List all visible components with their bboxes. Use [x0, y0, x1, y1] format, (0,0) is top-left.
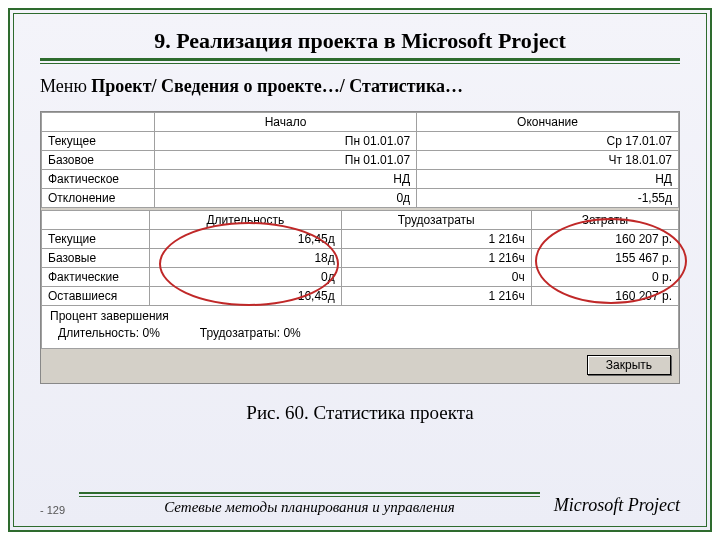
table-row: Оставшиеся 16,45д 1 216ч 160 207 р.: [42, 287, 679, 306]
table-row: Базовое Пн 01.01.07 Чт 18.01.07: [42, 151, 679, 170]
col-duration: Длительность: [150, 211, 342, 230]
footer-text: Сетевые методы планирования и управления: [79, 492, 540, 516]
divider: [40, 58, 680, 61]
page-title: 9. Реализация проекта в Microsoft Projec…: [40, 28, 680, 54]
col-start: Начало: [155, 113, 417, 132]
completion-panel: Процент завершения Длительность: 0% Труд…: [41, 306, 679, 349]
completion-duration: Длительность: 0%: [58, 326, 160, 340]
table-row: Базовые 18д 1 216ч 155 467 р.: [42, 249, 679, 268]
completion-title: Процент завершения: [50, 309, 670, 323]
close-button[interactable]: Закрыть: [587, 355, 671, 375]
col-cost: Затраты: [531, 211, 678, 230]
col-work: Трудозатраты: [341, 211, 531, 230]
table-row: Отклонение 0д -1,55д: [42, 189, 679, 208]
statistics-dialog: Начало Окончание Текущее Пн 01.01.07 Ср …: [40, 111, 680, 384]
table-row: Фактическое НД НД: [42, 170, 679, 189]
table-row: Фактические 0д 0ч 0 р.: [42, 268, 679, 287]
metrics-table: Длительность Трудозатраты Затраты Текущи…: [41, 210, 679, 306]
col-end: Окончание: [417, 113, 679, 132]
table-row: Текущие 16,45д 1 216ч 160 207 р.: [42, 230, 679, 249]
breadcrumb-prefix: Меню: [40, 76, 91, 96]
dates-table: Начало Окончание Текущее Пн 01.01.07 Ср …: [41, 112, 679, 208]
divider-thin: [40, 63, 680, 64]
breadcrumb-path: Проект/ Сведения о проекте…/ Статистика…: [91, 76, 463, 96]
completion-work: Трудозатраты: 0%: [200, 326, 301, 340]
breadcrumb: Меню Проект/ Сведения о проекте…/ Статис…: [40, 76, 680, 97]
figure-caption: Рис. 60. Статистика проекта: [40, 402, 680, 424]
brand-label: Microsoft Project: [554, 495, 680, 516]
table-row: Текущее Пн 01.01.07 Ср 17.01.07: [42, 132, 679, 151]
page-number: - 129: [40, 504, 65, 516]
